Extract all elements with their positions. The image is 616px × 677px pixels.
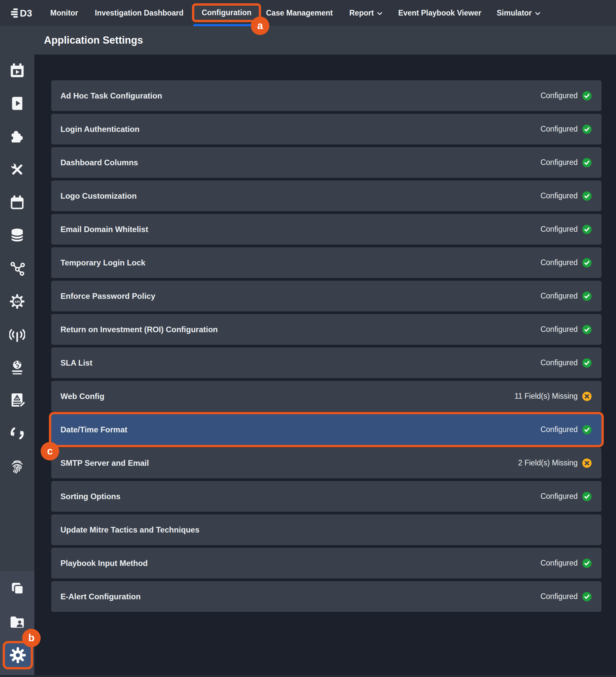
annotation-badge-b: b: [22, 629, 41, 647]
nav-item-simulator[interactable]: Simulator: [497, 0, 540, 26]
missing-x-icon: [582, 392, 591, 401]
utility-commands-icon[interactable]: [9, 162, 25, 178]
row-title: Dashboard Columns: [60, 158, 138, 167]
nav-simulator-label: Simulator: [497, 9, 532, 17]
nav-report-label: Report: [349, 9, 374, 17]
status-text: Configured: [540, 291, 578, 301]
status-text: 2 Field(s) Missing: [518, 458, 578, 467]
row-title: Date/Time Format: [60, 425, 127, 434]
row-title: Login Authentication: [60, 125, 139, 134]
api-gear-icon[interactable]: API: [9, 294, 25, 309]
incident-form-icon[interactable]: [9, 392, 25, 408]
settings-row[interactable]: Logo Customization Configured: [51, 180, 602, 211]
row-status: Configured: [540, 191, 591, 201]
row-status: Configured: [540, 291, 591, 301]
status-text: Configured: [540, 559, 578, 568]
settings-row[interactable]: Sorting Options Configured: [51, 481, 602, 512]
nav-item-report[interactable]: Report: [349, 0, 382, 26]
calendar-icon[interactable]: [9, 194, 25, 210]
row-status: Configured: [540, 225, 591, 234]
sidebar: API: [0, 54, 34, 675]
row-title: E-Alert Configuration: [60, 592, 141, 601]
configured-check-icon: [582, 425, 591, 434]
status-text: Configured: [540, 325, 578, 334]
chevron-down-icon: [377, 12, 382, 15]
configured-check-icon: [582, 91, 591, 100]
integrations-icon[interactable]: [9, 129, 25, 144]
settings-row[interactable]: Dashboard Columns Configured: [51, 147, 602, 178]
d3-logo-icon[interactable]: D3: [9, 8, 38, 18]
data-sync-icon[interactable]: [9, 425, 25, 441]
status-text: Configured: [540, 125, 578, 134]
status-text: Configured: [540, 258, 578, 267]
page-title: Application Settings: [44, 26, 143, 54]
row-status: Configured: [540, 325, 591, 334]
settings-row[interactable]: Login Authentication Configured: [51, 114, 602, 144]
row-status: Configured: [540, 492, 591, 501]
configured-check-icon: [582, 325, 591, 334]
nav-item-configuration[interactable]: Configuration: [194, 6, 259, 20]
settings-row[interactable]: Email Domain Whitelist Configured: [51, 214, 602, 244]
top-navbar: D3 Monitor Investigation Dashboard Confi…: [0, 0, 616, 26]
shared-folder-icon[interactable]: [9, 614, 25, 630]
configured-check-icon: [582, 191, 591, 201]
scheduled-playbook-icon[interactable]: [9, 62, 25, 78]
row-title: Web Config: [60, 392, 104, 401]
gear-icon: [10, 647, 26, 664]
settings-row[interactable]: Date/Time Format Configured: [51, 414, 602, 445]
configured-check-icon: [582, 125, 591, 134]
settings-row[interactable]: Ad Hoc Task Configuration Configured: [51, 80, 602, 111]
settings-row[interactable]: Web Config 11 Field(s) Missing: [51, 381, 602, 412]
nav-item-case-management[interactable]: Case Management: [266, 0, 333, 26]
row-status: Configured: [540, 358, 591, 368]
annotation-box-configuration: Configuration: [192, 3, 261, 22]
nav-item-monitor[interactable]: Monitor: [50, 0, 78, 26]
row-title: Sorting Options: [60, 492, 120, 501]
nav-item-investigation-dashboard[interactable]: Investigation Dashboard: [95, 0, 183, 26]
status-text: Configured: [540, 492, 578, 501]
configured-check-icon: [582, 225, 591, 234]
row-status: Configured: [540, 559, 591, 568]
status-text: Configured: [540, 158, 578, 167]
connections-icon[interactable]: [9, 261, 25, 276]
title-band: Application Settings: [0, 26, 616, 54]
missing-x-icon: [582, 458, 591, 468]
settings-row[interactable]: Temporary Login Lock Configured: [51, 247, 602, 278]
row-title: Ad Hoc Task Configuration: [60, 91, 162, 100]
settings-row[interactable]: E-Alert Configuration Configured: [51, 581, 602, 612]
geo-ip-icon[interactable]: [9, 360, 25, 375]
settings-row[interactable]: Update Mitre Tactics and Techniques: [51, 514, 602, 545]
row-title: SLA List: [60, 358, 92, 368]
event-intake-icon[interactable]: [9, 327, 25, 343]
status-text: Configured: [540, 91, 578, 100]
copy-icon[interactable]: [9, 581, 25, 597]
svg-text:API: API: [14, 300, 20, 304]
status-text: Configured: [540, 225, 578, 234]
row-title: Update Mitre Tactics and Techniques: [60, 525, 200, 535]
settings-row[interactable]: Playbook Input Method Configured: [51, 548, 602, 579]
data-management-icon[interactable]: [9, 227, 25, 243]
status-text: Configured: [540, 191, 578, 200]
row-title: SMTP Server and Email: [60, 458, 149, 468]
fingerprint-icon[interactable]: [9, 458, 25, 475]
annotation-badge-a: a: [251, 16, 269, 35]
configured-check-icon: [582, 158, 591, 167]
row-status: Configured: [540, 258, 591, 267]
footer-strip: [0, 675, 616, 677]
nav-item-event-playbook-viewer[interactable]: Event Playbook Viewer: [398, 0, 481, 26]
playbook-runs-icon[interactable]: [9, 95, 25, 111]
row-title: Return on Investment (ROI) Configuration: [60, 325, 218, 334]
settings-row[interactable]: Enforce Password Policy Configured: [51, 281, 602, 311]
status-text: Configured: [540, 358, 578, 367]
settings-row[interactable]: SLA List Configured: [51, 348, 602, 378]
settings-row[interactable]: Return on Investment (ROI) Configuration…: [51, 314, 602, 345]
row-title: Email Domain Whitelist: [60, 225, 148, 234]
active-tab-underline: [193, 24, 252, 26]
configured-check-icon: [582, 291, 591, 301]
status-text: Configured: [540, 425, 578, 434]
row-title: Playbook Input Method: [60, 559, 148, 568]
configured-check-icon: [582, 492, 591, 501]
configured-check-icon: [582, 358, 591, 368]
settings-row[interactable]: SMTP Server and Email 2 Field(s) Missing: [51, 448, 602, 478]
row-status: Configured: [540, 425, 591, 434]
